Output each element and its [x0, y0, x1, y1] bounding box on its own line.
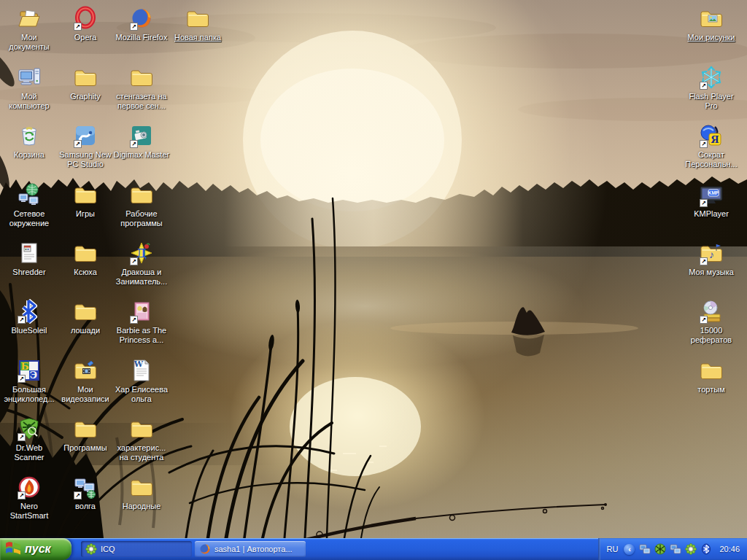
desktop-icon-my-videos[interactable]: Моивидеозаписи — [53, 358, 117, 404]
shortcut-arrow-icon: ↗ — [74, 140, 82, 148]
shortcut-arrow-icon: ↗ — [18, 316, 26, 324]
shortcut-arrow-icon: ↗ — [74, 23, 82, 31]
folder-icon — [73, 416, 98, 441]
desktop-icon-drakosha[interactable]: Д↗Дракоша иЗаниматель... — [109, 241, 174, 287]
icon-label: Samsung NewPC Studio — [53, 150, 117, 169]
desktop-icon-bluesoleil[interactable]: ↗BlueSoleil — [0, 299, 61, 335]
shortcut-arrow-icon: ↗ — [130, 316, 138, 324]
task-button-icq[interactable]: ICQ — [81, 541, 192, 557]
svg-text:Б: Б — [20, 361, 28, 372]
desktop-icon-my-music[interactable]: ♪↗Моя музыка — [679, 241, 743, 277]
icq-icon — [85, 543, 97, 555]
folder-icon — [73, 241, 98, 265]
desktop-icon-loshadi[interactable]: лошади — [53, 299, 117, 335]
bluetooth-tray-icon[interactable] — [700, 543, 712, 555]
desktop-icon-network-places[interactable]: Сетевоеокружение — [0, 182, 61, 228]
nero-icon: ↗ — [17, 475, 42, 499]
icon-label: Большаяэнциклопед... — [0, 385, 61, 404]
network-globe-icon — [17, 182, 42, 207]
desktop-icon-referaty-15000[interactable]: ↗15000рефератов — [679, 299, 743, 345]
desktop-icon-stengazeta[interactable]: стенгазета напервое сен... — [109, 65, 174, 111]
folder-pictures-icon — [699, 6, 724, 31]
icon-label: Ксюха — [53, 268, 117, 277]
drweb-icon: ↗ — [17, 416, 42, 441]
desktop-icon-mozilla-firefox[interactable]: ↗Mozilla Firefox — [109, 6, 174, 42]
desktop-icon-new-folder[interactable]: Новая папка — [166, 6, 230, 42]
shortcut-arrow-icon: ↗ — [700, 140, 708, 148]
desktop-icon-flash-player-pro[interactable]: ↗Flash PlayerPro — [679, 65, 743, 111]
icon-label: Barbie as ThePrincess a... — [109, 326, 174, 345]
desktop-icon-igry[interactable]: Игры — [53, 182, 117, 219]
desktop-icon-my-documents[interactable]: Моидокументы — [0, 6, 61, 52]
chevron-left-icon[interactable]: ‹ — [624, 544, 635, 555]
desktop-icon-sokrat-personal[interactable]: Я↗СократПерсональн... — [679, 123, 743, 169]
language-indicator[interactable]: RU — [607, 545, 619, 553]
folder-icon — [73, 182, 98, 207]
icon-label: Мойкомпьютер — [0, 92, 61, 111]
shortcut-arrow-icon: ↗ — [700, 257, 708, 265]
desktop-icon-my-computer[interactable]: Мойкомпьютер — [0, 65, 61, 111]
desktop-icon-digimax-master[interactable]: ↗Digimax Master — [109, 123, 174, 160]
folder-icon — [699, 358, 724, 383]
shortcut-arrow-icon: ↗ — [74, 491, 82, 499]
icon-label: Хар Елисееваольга — [109, 385, 174, 404]
tray-icons — [639, 543, 712, 555]
desktop-icon-tortym[interactable]: тортым — [679, 358, 743, 394]
desktop-icon-ksyukha[interactable]: Ксюха — [53, 241, 117, 277]
desktop-icon-opera[interactable]: ↗Opera — [53, 6, 117, 42]
network-tray-icon[interactable] — [639, 543, 651, 555]
desktop-icon-barbie-princess[interactable]: ↗Barbie as ThePrincess a... — [109, 299, 174, 345]
icon-label: Graphity — [53, 92, 117, 101]
icon-label: характерис...на студента — [109, 443, 174, 462]
desktop-icon-khar-eliseeva-olga[interactable]: WХар Елисееваольга — [109, 358, 174, 404]
desktop-icon-samsung-new-pc-studio[interactable]: ↗Samsung NewPC Studio — [53, 123, 117, 169]
icon-label: Новая папка — [166, 33, 230, 42]
icon-label: Shredder — [0, 268, 61, 277]
icon-label: 15000рефератов — [679, 326, 743, 345]
desktop-icon-programmy[interactable]: Программы — [53, 416, 117, 453]
icon-label: Digimax Master — [109, 150, 174, 160]
desktop-icon-rabochie-programmy[interactable]: Рабочиепрограммы — [109, 182, 174, 228]
folder-icon — [129, 182, 154, 207]
icon-label: Flash PlayerPro — [679, 92, 743, 111]
desktop-icon-kmplayer[interactable]: KMP↗KMPlayer — [679, 182, 743, 219]
icon-label: KMPlayer — [679, 209, 743, 219]
desktop-icon-volga[interactable]: ↗волга — [53, 475, 117, 511]
drweb-tray-icon[interactable] — [654, 543, 666, 555]
icon-label: Opera — [53, 33, 117, 42]
desktop-icon-graphity[interactable]: Graphity — [53, 65, 117, 101]
samsung-icon: ↗ — [73, 123, 98, 148]
desktop-icon-my-pictures[interactable]: Мои рисунки — [679, 6, 743, 42]
task-button-firefox[interactable]: sasha1 | Автопорта... — [195, 541, 306, 557]
icon-label: Сетевоеокружение — [0, 209, 61, 228]
opera-icon: ↗ — [73, 6, 98, 31]
icon-label: Игры — [53, 209, 117, 219]
app-window-icon — [17, 241, 42, 265]
desktop-icon-shredder[interactable]: Shredder — [0, 241, 61, 277]
icon-label: Моивидеозаписи — [53, 385, 117, 404]
desktop-icon-bolshaya-encyclopedia[interactable]: БЭ↗Большаяэнциклопед... — [0, 358, 61, 404]
desktop-icon-drweb-scanner[interactable]: ↗Dr.WebScanner — [0, 416, 61, 462]
icq-tray-icon[interactable] — [685, 543, 697, 555]
desktop-icon-nero-startsmart[interactable]: ↗NeroStartSmart — [0, 475, 61, 521]
shortcut-arrow-icon: ↗ — [130, 23, 138, 31]
word-doc-icon: W — [129, 358, 154, 383]
desktop-icon-kharakteristika-na-studenta[interactable]: характерис...на студента — [109, 416, 174, 462]
folder-icon — [73, 299, 98, 324]
sokrat-icon: Я↗ — [699, 123, 724, 148]
kmplayer-icon: KMP↗ — [699, 182, 724, 207]
icon-label: лошади — [53, 326, 117, 335]
shortcut-arrow-icon: ↗ — [130, 140, 138, 148]
shortcut-arrow-icon: ↗ — [18, 433, 26, 441]
folder-icon — [73, 65, 98, 90]
task-button-label: ICQ — [101, 545, 115, 553]
network-tray-icon[interactable] — [670, 543, 681, 555]
desktop-icon-narodnye[interactable]: Народные — [109, 475, 174, 511]
desktop-icon-recycle-bin[interactable]: Корзина — [0, 123, 61, 160]
start-button[interactable]: пуск — [0, 538, 71, 560]
icon-label: стенгазета напервое сен... — [109, 92, 174, 111]
digimax-icon: ↗ — [129, 123, 154, 148]
folder-icon — [129, 65, 154, 90]
desktop-icons-layer: МоидокументыМойкомпьютерКорзинаСетевоеок… — [0, 0, 747, 538]
icon-label: Рабочиепрограммы — [109, 209, 174, 228]
